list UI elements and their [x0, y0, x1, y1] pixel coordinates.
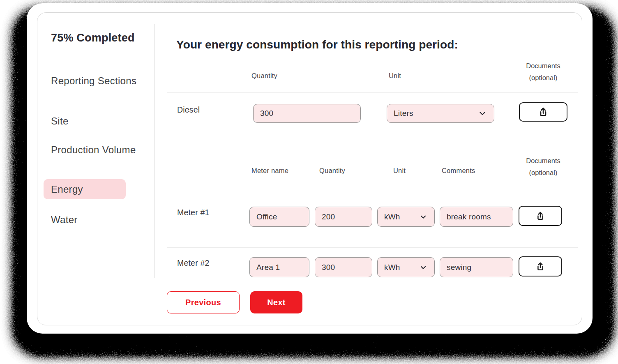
meter-header-quantity: Quantity [319, 167, 345, 175]
report-card: 75% Completed Reporting Sections Site Pr… [27, 3, 593, 334]
meter-1-quantity-input[interactable] [315, 207, 372, 227]
meter-1-upload-button[interactable] [519, 206, 562, 226]
meter-header-comments: Comments [442, 167, 475, 175]
divider [167, 247, 578, 248]
progress-divider [51, 54, 145, 54]
meter-1-comments-input[interactable] [440, 207, 513, 227]
diesel-quantity-input[interactable] [253, 104, 361, 123]
upload-icon [535, 261, 546, 272]
meter-1-unit-value: kWh [384, 212, 400, 221]
meter-2-unit-value: kWh [384, 263, 400, 272]
diesel-label: Diesel [177, 105, 200, 115]
meter-header-unit: Unit [393, 167, 406, 175]
page: 75% Completed Reporting Sections Site Pr… [0, 0, 618, 364]
fuel-row-diesel: Diesel Liters [37, 104, 583, 126]
diesel-upload-button[interactable] [519, 102, 567, 122]
meter-row-2: Meter #2 kWh [37, 257, 583, 279]
sidebar-item-production-volume[interactable]: Production Volume [51, 143, 136, 157]
meter-1-name-input[interactable] [249, 207, 309, 227]
meter-2-comments-input[interactable] [440, 257, 513, 277]
documents-label: Documents [506, 155, 581, 167]
sidebar-item-reporting-sections[interactable]: Reporting Sections [51, 74, 136, 88]
upload-icon [537, 106, 549, 118]
upload-icon [535, 210, 546, 222]
page-title: Your energy consumption for this reporti… [176, 38, 458, 51]
divider [167, 92, 578, 93]
meter-2-label: Meter #2 [177, 258, 210, 268]
next-button[interactable]: Next [250, 291, 302, 313]
meter-2-unit-select[interactable]: kWh [377, 257, 435, 277]
meter-row-1: Meter #1 kWh [37, 207, 583, 229]
chevron-down-icon [419, 212, 428, 221]
report-card-inner: 75% Completed Reporting Sections Site Pr… [37, 12, 582, 325]
documents-label: Documents [506, 60, 581, 72]
meter-1-unit-select[interactable]: kWh [377, 207, 435, 227]
meter-header-documents: Documents (optional) [506, 155, 581, 179]
meter-1-label: Meter #1 [177, 208, 210, 217]
sidebar-item-energy[interactable]: Energy [51, 182, 83, 196]
meter-2-quantity-input[interactable] [315, 257, 372, 277]
fuel-header-quantity: Quantity [251, 72, 277, 80]
diesel-unit-select[interactable]: Liters [387, 104, 494, 123]
fuel-header-documents: Documents (optional) [506, 60, 581, 84]
fuel-header-unit: Unit [389, 72, 401, 80]
sidebar-divider [154, 24, 155, 278]
diesel-unit-value: Liters [394, 109, 413, 118]
documents-optional-label: (optional) [506, 72, 581, 84]
divider [167, 197, 578, 197]
previous-button[interactable]: Previous [167, 291, 240, 313]
meter-2-name-input[interactable] [249, 257, 309, 277]
meter-header-name: Meter name [251, 167, 288, 175]
progress-label: 75% Completed [51, 32, 135, 44]
chevron-down-icon [419, 263, 428, 272]
documents-optional-label: (optional) [506, 167, 581, 179]
meter-2-upload-button[interactable] [519, 256, 562, 276]
chevron-down-icon [477, 108, 487, 118]
